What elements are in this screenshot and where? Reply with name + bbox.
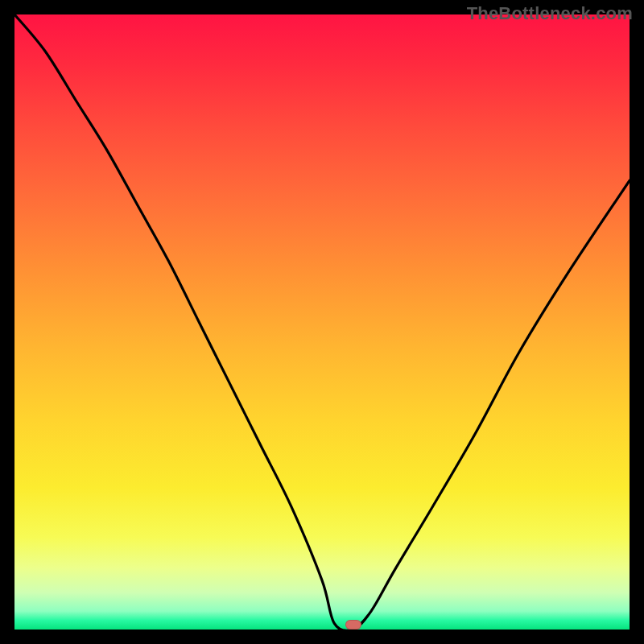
plot-area	[14, 14, 630, 630]
watermark-text: TheBottleneck.com	[467, 3, 633, 24]
bottleneck-curve	[14, 14, 630, 630]
chart-frame: TheBottleneck.com	[0, 0, 644, 644]
optimal-point-marker	[345, 620, 361, 630]
